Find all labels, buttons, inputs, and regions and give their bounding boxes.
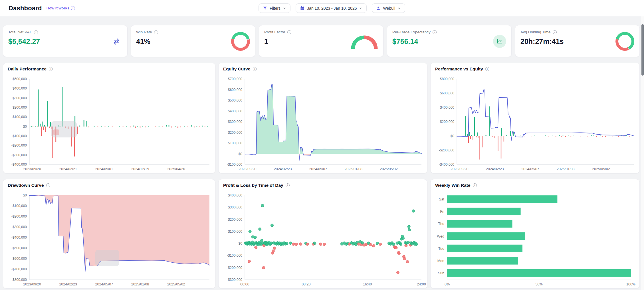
date-range-label: Jan 10, 2023 - Jan 10, 2026 [307,6,357,11]
kpi-value: 41% [136,37,150,46]
svg-text:2023/09/20: 2023/09/20 [23,282,41,286]
equity-curve-chart[interactable]: $700,000$600,000$500,000$400,000$300,000… [220,75,426,173]
svg-text:Tue: Tue [438,247,444,251]
svg-text:Fri: Fri [440,210,444,214]
svg-text:50%: 50% [535,282,542,286]
svg-text:2025/05/02: 2025/05/02 [380,167,398,171]
svg-text:2024/02/21: 2024/02/21 [59,167,77,171]
svg-text:-$600,000: -$600,000 [11,257,27,261]
svg-text:Thu: Thu [438,222,444,226]
performance-vs-equity-chart[interactable]: $800,000$600,000$400,000$200,000$0-$200,… [432,75,638,173]
svg-text:-$300,000: -$300,000 [11,225,27,229]
svg-text:$300,000: $300,000 [228,120,242,124]
kpi-value: 20h:27m:41s [520,37,564,46]
svg-text:$400,000: $400,000 [13,86,27,90]
svg-text:-$500,000: -$500,000 [11,246,27,250]
filters-button[interactable]: Filters [259,3,290,13]
svg-text:2025/05/02: 2025/05/02 [167,282,185,286]
tooltip-ghost-swatch [53,129,59,135]
tooltip-ghost [95,250,119,266]
svg-text:-$700,000: -$700,000 [11,267,27,271]
kpi-label: Avg Holding Time [520,30,551,34]
svg-text:-$100,000: -$100,000 [227,254,242,257]
kpi-value: $5,542.27 [8,37,40,46]
info-icon[interactable]: i [154,30,158,34]
daily-performance-card: Daily Performancei $500,000$400,000$300,… [3,63,215,173]
svg-text:-$200,000: -$200,000 [11,214,27,218]
svg-text:2025/05/02: 2025/05/02 [592,167,610,171]
weekly-win-rate-chart[interactable]: 0%50%100%SatFriThuWedTueMonSun [432,191,638,288]
svg-text:$200,000: $200,000 [228,218,242,222]
svg-text:$0: $0 [23,125,27,129]
svg-text:$0: $0 [239,242,243,246]
tooltip-ghost [51,121,77,137]
svg-text:2025/01/08: 2025/01/08 [344,167,362,171]
svg-text:$200,000: $200,000 [440,120,454,124]
svg-text:$300,000: $300,000 [228,205,242,209]
svg-text:100%: 100% [626,282,635,286]
svg-text:Sat: Sat [439,197,444,201]
svg-text:$600,000: $600,000 [228,88,242,92]
svg-text:-$100,000: -$100,000 [11,134,27,138]
svg-text:-$800,000: -$800,000 [11,278,27,282]
info-icon[interactable]: i [253,67,257,71]
svg-text:2023/09/20: 2023/09/20 [239,167,257,171]
svg-text:$500,000: $500,000 [13,77,27,81]
svg-text:-$400,000: -$400,000 [439,163,454,167]
date-range-button[interactable]: Jan 10, 2023 - Jan 10, 2026 [296,3,367,13]
info-icon[interactable]: i [433,30,437,34]
svg-text:$200,000: $200,000 [13,106,27,109]
page-title: Dashboard [9,5,42,12]
chevron-down-icon [283,7,286,10]
pnl-by-time-card: Profit & Loss by Time of Dayi $400,000$3… [218,179,427,289]
svg-text:-$300,000: -$300,000 [227,278,242,282]
info-icon[interactable]: i [46,183,50,187]
swap-icon[interactable] [112,37,120,45]
kpi-label: Total Net P&L [8,30,32,34]
svg-text:-$300,000: -$300,000 [11,153,27,157]
svg-text:00:00: 00:00 [240,282,249,286]
info-icon[interactable]: i [553,30,557,34]
person-icon [376,6,381,11]
svg-text:2024/12/19: 2024/12/19 [131,167,149,171]
info-icon[interactable]: i [34,30,38,34]
info-icon[interactable]: i [473,183,477,187]
header-controls: Filters Jan 10, 2023 - Jan 10, 2026 Webu… [259,3,405,13]
info-icon[interactable]: i [287,30,291,34]
svg-text:0%: 0% [445,282,450,286]
svg-text:$100,000: $100,000 [13,115,27,119]
kpi-label: Profit Factor [264,30,285,34]
svg-text:-$200,000: -$200,000 [227,266,242,270]
pnl-by-time-chart[interactable]: $400,000$300,000$200,000$100,000$0-$100,… [220,191,426,288]
svg-text:$0: $0 [451,134,455,138]
equity-curve-card: Equity Curvei $700,000$600,000$500,000$4… [218,63,427,173]
svg-text:2024/02/23: 2024/02/23 [486,167,504,171]
chart-title: Daily Performance [8,66,47,72]
svg-text:$400,000: $400,000 [440,106,454,109]
account-label: Webull [383,6,395,11]
chart-title: Profit & Loss by Time of Day [223,183,283,188]
drawdown-curve-chart[interactable]: $0-$100,000-$200,000-$300,000-$400,000-$… [5,191,214,288]
how-it-works-link[interactable]: How it works i [47,6,75,10]
info-icon[interactable]: i [49,67,53,71]
kpi-card-avg-holding-time: Avg Holding Timei 20h:27m:41s [515,25,640,57]
kpi-card-win-rate: Win Ratei 41% [131,25,255,57]
svg-text:2025/04/26: 2025/04/26 [167,167,185,171]
win-rate-donut [231,32,250,51]
svg-text:2023/09/20: 2023/09/20 [23,167,41,171]
svg-text:-$200,000: -$200,000 [11,143,27,147]
svg-text:08:20: 08:20 [302,282,310,286]
svg-text:$400,000: $400,000 [228,109,242,113]
svg-text:2024/05/07: 2024/05/07 [309,167,327,171]
scrollbar-thumb[interactable] [641,24,644,76]
svg-text:-$400,000: -$400,000 [11,163,27,167]
svg-text:16:40: 16:40 [363,282,372,286]
info-icon[interactable]: i [485,67,489,71]
svg-text:$200,000: $200,000 [228,131,242,135]
calendar-icon [300,6,305,11]
info-icon[interactable]: i [286,183,290,187]
scrollbar-track[interactable] [641,16,644,290]
daily-performance-chart[interactable]: $500,000$400,000$300,000$200,000$100,000… [5,75,214,173]
chart-title: Weekly Win Rate [435,183,471,188]
account-button[interactable]: Webull [372,3,405,13]
